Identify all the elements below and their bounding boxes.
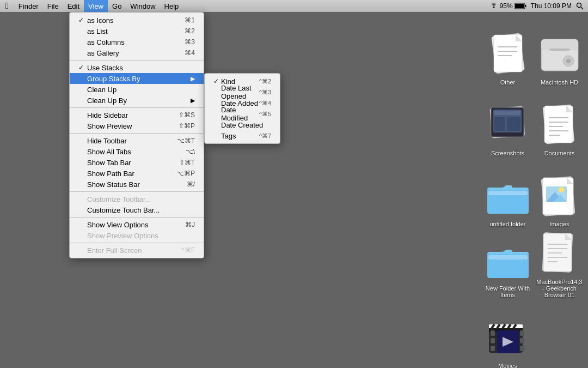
submenu-tags[interactable]: Tags ^⌘7 [205, 130, 280, 141]
finder-menu[interactable]: Finder [14, 0, 43, 12]
menu-as-list[interactable]: as List ⌘2 [70, 26, 204, 37]
as-icons-shortcut: ⌘1 [185, 16, 195, 24]
menubar-right: 95% Thu 10:09 PM [489, 2, 588, 10]
show-view-options-label: Show View Options [87, 221, 185, 229]
desktop-icon-geekbench[interactable]: MacBookPro14,3 - Geekbench Browser 01 [534, 230, 585, 301]
menu-show-preview[interactable]: Show Preview ⇧⌘P [70, 120, 204, 131]
menu-extras: 95% [489, 2, 526, 10]
menu-show-path-bar[interactable]: Show Path Bar ⌥⌘P [70, 168, 204, 179]
go-menu[interactable]: Go [108, 0, 126, 12]
images-icon-image [538, 175, 581, 219]
menubar:  Finder File Edit View Go Window Help 9… [0, 0, 588, 12]
show-tab-bar-label: Show Tab Bar [87, 159, 179, 167]
untitled-folder-label: untitled folder [489, 221, 525, 227]
help-menu[interactable]: Help [160, 0, 183, 12]
svg-rect-69 [520, 346, 524, 351]
as-list-label: as List [87, 27, 185, 35]
sep4 [70, 191, 204, 192]
enter-full-screen-shortcut: ^⌘F [181, 246, 195, 254]
submenu-date-created[interactable]: Date Created [205, 119, 280, 130]
svg-rect-24 [507, 117, 520, 131]
menu-as-columns[interactable]: as Columns ⌘3 [70, 37, 204, 47]
movies-svg [486, 316, 530, 361]
svg-rect-68 [520, 338, 524, 343]
menu-as-icons[interactable]: ✓ as Icons ⌘1 [70, 15, 204, 26]
enter-full-screen-label: Enter Full Screen [87, 246, 181, 255]
macintosh-hd-label: Macintosh HD [541, 79, 578, 86]
tags-label: Tags [221, 132, 259, 140]
svg-rect-36 [488, 191, 528, 195]
menubar-left:  Finder File Edit View Go Window Help [0, 0, 183, 12]
untitled-folder-icon-image [486, 175, 530, 219]
hide-toolbar-shortcut: ⌥⌘T [177, 137, 195, 144]
submenu-date-modified[interactable]: Date Modified ^⌘5 [205, 108, 280, 119]
as-icons-label: as Icons [87, 16, 185, 25]
menu-hide-toolbar[interactable]: Hide Toolbar ⌥⌘T [70, 135, 204, 146]
use-stacks-label: Use Stacks [87, 64, 195, 72]
file-menu[interactable]: File [43, 0, 63, 12]
macintosh-hd-icon-image [538, 33, 581, 77]
menu-as-gallery[interactable]: as Gallery ⌘4 [70, 47, 204, 58]
kind-check: ✓ [213, 77, 221, 85]
customize-toolbar-label: Customize Toolbar... [87, 195, 195, 203]
menu-clean-up[interactable]: Clean Up [70, 84, 204, 95]
desktop-icon-untitled-folder[interactable]: untitled folder [482, 159, 534, 230]
menu-clean-up-by[interactable]: Clean Up By ▶ [70, 95, 204, 106]
movies-label: Movies [498, 363, 517, 368]
as-gallery-label: as Gallery [87, 49, 185, 57]
view-menu[interactable]: View [84, 0, 108, 12]
menu-use-stacks[interactable]: ✓ Use Stacks [70, 62, 204, 73]
desktop-icons: Other Macintosh HD [479, 12, 588, 368]
harddrive-svg [538, 34, 581, 76]
as-icons-check: ✓ [78, 16, 86, 24]
date-created-label: Date Created [221, 121, 271, 129]
desktop-icon-images[interactable]: Images [534, 159, 585, 230]
sep1 [70, 60, 204, 61]
svg-rect-46 [488, 255, 528, 260]
desktop-icon-documents[interactable]: Documents [534, 88, 585, 159]
folder-svg [486, 178, 530, 216]
menu-hide-sidebar[interactable]: Hide Sidebar ⇧⌘S [70, 110, 204, 120]
svg-point-3 [577, 3, 581, 8]
use-stacks-check: ✓ [78, 64, 86, 71]
desktop-icon-screenshots[interactable]: Screenshots [482, 88, 534, 159]
menu-customize-touch-bar[interactable]: Customize Touch Bar... [70, 204, 204, 215]
desktop-icon-movies[interactable]: Movies [482, 301, 534, 368]
window-menu[interactable]: Window [126, 0, 160, 12]
hide-sidebar-shortcut: ⇧⌘S [179, 111, 195, 119]
menu-show-view-options[interactable]: Show View Options ⌘J [70, 219, 204, 230]
menu-show-all-tabs[interactable]: Show All Tabs ⌥\ [70, 146, 204, 157]
sep6 [70, 243, 204, 243]
date-last-opened-shortcut: ^⌘3 [259, 89, 271, 96]
sep2 [70, 107, 204, 108]
show-all-tabs-label: Show All Tabs [87, 148, 186, 156]
screenshots-svg [487, 104, 529, 148]
desktop-icon-other[interactable]: Other [482, 17, 534, 88]
apple-menu[interactable]:  [0, 0, 14, 12]
group-stacks-submenu: ✓ Kind ^⌘2 Date Last Opened ^⌘3 Date Add… [204, 73, 280, 144]
svg-rect-15 [549, 49, 570, 51]
desktop-icon-macintosh-hd[interactable]: Macintosh HD [534, 17, 585, 88]
edit-menu[interactable]: Edit [63, 0, 84, 12]
menu-group-stacks-by[interactable]: Group Stacks By ▶ [70, 73, 204, 84]
view-menu-dropdown: ✓ as Icons ⌘1 as List ⌘2 as Columns ⌘3 a… [69, 12, 204, 258]
screenshots-label: Screenshots [491, 150, 524, 156]
wifi-icon [489, 3, 498, 9]
as-list-shortcut: ⌘2 [185, 27, 195, 35]
date-last-opened-label: Date Last Opened [221, 84, 259, 100]
menu-show-tab-bar[interactable]: Show Tab Bar ⇧⌘T [70, 157, 204, 168]
submenu-date-last-opened[interactable]: Date Last Opened ^⌘3 [205, 87, 280, 98]
date-modified-label: Date Modified [221, 106, 259, 122]
geekbench-icon-image [538, 233, 581, 276]
svg-rect-23 [494, 117, 505, 131]
clean-up-by-arrow: ▶ [191, 97, 195, 104]
date-modified-shortcut: ^⌘5 [259, 111, 271, 118]
hide-toolbar-label: Hide Toolbar [87, 137, 177, 145]
documents-svg [541, 104, 578, 148]
desktop-icon-new-folder[interactable]: New Folder With Items [482, 230, 534, 301]
search-icon[interactable] [576, 2, 584, 10]
menu-show-status-bar[interactable]: Show Status Bar ⌘/ [70, 179, 204, 190]
battery-icon [514, 3, 526, 9]
as-gallery-shortcut: ⌘4 [185, 49, 195, 57]
show-preview-label: Show Preview [87, 122, 179, 130]
